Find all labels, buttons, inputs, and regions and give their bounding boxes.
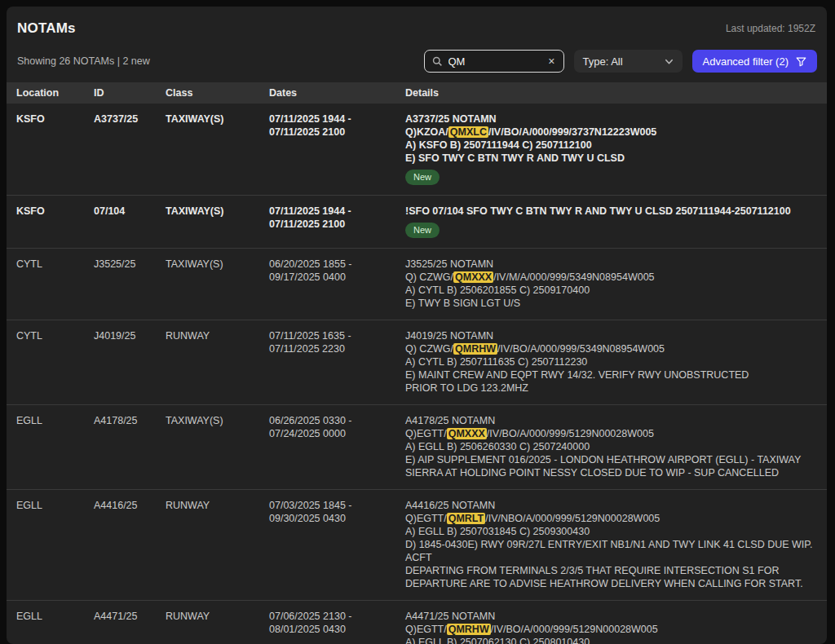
cell-dates: 07/06/2025 2130 - 08/01/2025 0430 <box>269 610 405 644</box>
chevron-down-icon <box>665 57 674 66</box>
details-text: A4471/25 NOTAMN <box>405 611 495 622</box>
cell-id: A4178/25 <box>94 414 166 479</box>
details-text: /IV/BO/A/000/999/3737N12223W005 <box>488 126 656 138</box>
cell-dates: 06/26/2025 0330 - 07/24/2025 0000 <box>269 414 405 479</box>
details-line: J3525/25 NOTAMN <box>405 258 817 271</box>
last-updated-text: Last updated: 1952Z <box>726 20 815 34</box>
details-line: A4471/25 NOTAMN <box>405 610 817 623</box>
page-title: NOTAMs <box>17 20 76 37</box>
cell-dates: 06/20/2025 1855 - 09/17/2025 0400 <box>269 258 405 310</box>
cell-details: A3737/25 NOTAMNQ)KZOA/QMXLC/IV/BO/A/000/… <box>405 112 817 185</box>
table-row[interactable]: EGLLA4416/25RUNWAY07/03/2025 1845 - 09/3… <box>7 490 827 601</box>
search-box[interactable]: × <box>424 50 564 73</box>
advanced-filter-label: Advanced filter (2) <box>703 55 789 68</box>
details-line: D) 1845-0430E) RWY 09R/27L ENTRY/EXIT NB… <box>405 538 817 551</box>
details-text: A4178/25 NOTAMN <box>405 415 495 426</box>
details-text: /IV/BO/A/000/999/5349N08954W005 <box>497 343 665 355</box>
details-line: SIERRA AT HOLDING POINT NESSY CLOSED DUE… <box>405 466 817 479</box>
column-header-location: Location <box>16 87 94 99</box>
column-header-dates: Dates <box>269 87 405 99</box>
column-header-class: Class <box>166 87 269 99</box>
details-line: DEPARTURE ARE TO ADVISE HEATHROW DELIVER… <box>405 577 817 590</box>
details-text: DEPARTING FROM TERMINALS 2/3/5 THAT REQU… <box>405 565 779 576</box>
results-summary: Showing 26 NOTAMs | 2 new <box>17 55 150 67</box>
details-text: Q) CZWG/ <box>405 343 453 355</box>
details-line: Q)KZOA/QMXLC/IV/BO/A/000/999/3737N12223W… <box>405 126 817 139</box>
advanced-filter-button[interactable]: Advanced filter (2) <box>692 50 818 73</box>
details-line: Q)EGTT/QMRLT/IV/NBO/A/000/999/5129N00028… <box>405 512 817 525</box>
cell-details: J3525/25 NOTAMNQ) CZWG/QMXXX/IV/M/A/000/… <box>405 258 817 310</box>
title-bar: NOTAMs Last updated: 1952Z <box>7 7 827 37</box>
cell-location: KSFO <box>16 205 94 238</box>
cell-class: RUNWAY <box>166 499 269 590</box>
details-text: E) SFO TWY C BTN TWY R AND TWY U CLSD <box>405 152 625 164</box>
cell-class: TAXIWAY(S) <box>166 205 269 238</box>
new-badge: New <box>405 170 440 185</box>
details-line: PRIOR TO LDG 123.2MHZ <box>405 382 817 395</box>
q-code-highlight: QMRHW <box>453 343 497 355</box>
details-text: A3737/25 NOTAMN <box>405 113 497 125</box>
table-row[interactable]: KSFOA3737/25TAXIWAY(S)07/11/2025 1944 - … <box>7 104 827 196</box>
details-line: A) CYTL B) 2506201855 C) 2509170400 <box>405 284 817 297</box>
cell-id: A4471/25 <box>94 610 166 644</box>
details-text: Q)EGTT/ <box>405 513 447 524</box>
cell-class: RUNWAY <box>166 329 269 395</box>
details-line: Q)EGTT/QMXXX/IV/BO/A/000/999/5129N00028W… <box>405 427 817 440</box>
table-row[interactable]: EGLLA4471/25RUNWAY07/06/2025 2130 - 08/0… <box>7 601 827 644</box>
table-row[interactable]: EGLLA4178/25TAXIWAY(S)06/26/2025 0330 - … <box>7 405 827 490</box>
details-text: DEPARTURE ARE TO ADVISE HEATHROW DELIVER… <box>405 578 803 589</box>
details-text: /IV/BO/A/000/999/5129N00028W005 <box>487 428 654 439</box>
type-filter-label: Type: All <box>583 55 623 68</box>
table-row[interactable]: CYTLJ4019/25RUNWAY07/11/2025 1635 - 07/1… <box>7 320 827 405</box>
cell-dates: 07/11/2025 1944 - 07/11/2025 2100 <box>269 205 405 238</box>
type-filter-dropdown[interactable]: Type: All <box>574 50 683 73</box>
details-line: A) EGLL B) 2506260330 C) 2507240000 <box>405 440 817 453</box>
cell-details: A4416/25 NOTAMNQ)EGTT/QMRLT/IV/NBO/A/000… <box>405 499 817 590</box>
cell-class: TAXIWAY(S) <box>166 112 269 185</box>
details-line: Q) CZWG/QMXXX/IV/M/A/000/999/5349N08954W… <box>405 271 817 284</box>
details-line: Q) CZWG/QMRHW/IV/BO/A/000/999/5349N08954… <box>405 342 817 355</box>
cell-id: A4416/25 <box>94 499 166 590</box>
details-text: Q)KZOA/ <box>405 126 448 138</box>
details-line: !SFO 07/104 SFO TWY C BTN TWY R AND TWY … <box>405 205 817 218</box>
q-code-highlight: QMXLC <box>448 126 488 138</box>
cell-class: RUNWAY <box>166 610 269 644</box>
details-text: PRIOR TO LDG 123.2MHZ <box>405 382 528 394</box>
table-row[interactable]: KSFO07/104TAXIWAY(S)07/11/2025 1944 - 07… <box>7 196 827 249</box>
details-text: Q) CZWG/ <box>405 271 453 283</box>
cell-dates: 07/11/2025 1944 - 07/11/2025 2100 <box>269 112 405 185</box>
filter-funnel-icon <box>796 56 806 67</box>
details-text: A) EGLL B) 2507062130 C) 2508010430 <box>405 637 590 644</box>
search-icon <box>432 56 443 67</box>
details-line: E) AIP SUPPLEMENT 016/2025 - LONDON HEAT… <box>405 453 817 466</box>
details-line: A) CYTL B) 2507111635 C) 2507112230 <box>405 355 817 368</box>
q-code-highlight: QMRHW <box>447 624 491 635</box>
details-line: E) SFO TWY C BTN TWY R AND TWY U CLSD <box>405 152 817 165</box>
cell-dates: 07/11/2025 1635 - 07/11/2025 2230 <box>269 329 405 395</box>
details-text: J3525/25 NOTAMN <box>405 258 493 270</box>
clear-search-icon[interactable]: × <box>546 54 556 68</box>
details-text: /IV/BO/A/000/999/5129N00028W005 <box>491 624 658 635</box>
table-row[interactable]: CYTLJ3525/25TAXIWAY(S)06/20/2025 1855 - … <box>7 249 827 320</box>
controls-row: Showing 26 NOTAMs | 2 new × Type: All <box>7 50 827 73</box>
details-text: /IV/NBO/A/000/999/5129N00028W005 <box>485 513 660 524</box>
details-line: J4019/25 NOTAMN <box>405 329 817 342</box>
cell-location: EGLL <box>16 610 94 644</box>
cell-location: CYTL <box>16 329 94 395</box>
search-input[interactable] <box>448 55 541 68</box>
column-header-id: ID <box>94 87 166 99</box>
details-line: A) KSFO B) 2507111944 C) 2507112100 <box>405 139 817 152</box>
filter-controls: × Type: All Advanced filter (2) <box>424 50 818 73</box>
details-text: E) AIP SUPPLEMENT 016/2025 - LONDON HEAT… <box>405 454 801 465</box>
details-line: ACFT <box>405 551 817 564</box>
details-text: A) KSFO B) 2507111944 C) 2507112100 <box>405 139 592 151</box>
cell-id: 07/104 <box>94 205 166 238</box>
q-code-highlight: QMXXX <box>453 271 493 283</box>
cell-location: CYTL <box>16 258 94 310</box>
cell-details: !SFO 07/104 SFO TWY C BTN TWY R AND TWY … <box>405 205 817 238</box>
cell-location: EGLL <box>16 499 94 590</box>
cell-details: A4471/25 NOTAMNQ)EGTT/QMRHW/IV/BO/A/000/… <box>405 610 817 644</box>
table-header-row: Location ID Class Dates Details <box>7 82 827 104</box>
details-text: A) EGLL B) 2506260330 C) 2507240000 <box>405 441 590 452</box>
cell-details: J4019/25 NOTAMNQ) CZWG/QMRHW/IV/BO/A/000… <box>405 329 817 395</box>
